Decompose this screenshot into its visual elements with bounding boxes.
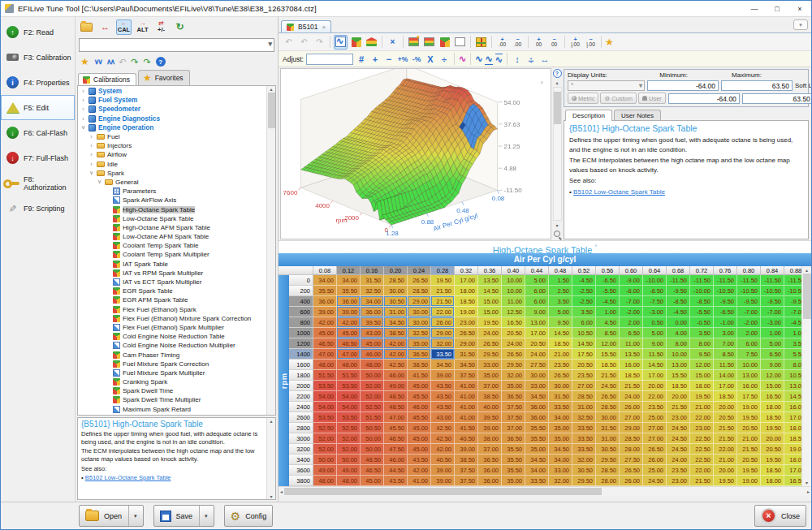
tree-item[interactable]: Fuel Mixture Spark Multiplier (79, 368, 266, 377)
rotate-axes-button[interactable]: × (386, 35, 400, 50)
table-cell[interactable]: 19.50 (737, 412, 761, 423)
tree-item[interactable]: ∨Spark (79, 169, 266, 178)
table-cell[interactable]: 30.00 (408, 317, 431, 328)
col-header[interactable]: 0.84 (761, 266, 784, 275)
table-cell[interactable]: 32.50 (408, 328, 431, 338)
table-cell[interactable]: 42.00 (313, 317, 337, 328)
table-cell[interactable]: -4.50 (784, 317, 801, 328)
table-cell[interactable]: 35.00 (525, 444, 549, 455)
table-cell[interactable]: 22.50 (690, 444, 714, 455)
table-outline-button[interactable] (453, 35, 467, 50)
table-cell[interactable]: 26.50 (408, 275, 431, 286)
table-cell[interactable]: 34.00 (361, 296, 384, 307)
table-cell[interactable]: 52.00 (337, 433, 361, 444)
table-cell[interactable]: 26.00 (620, 402, 643, 412)
expand-all-button[interactable]: ∨∨ (94, 58, 102, 66)
table-cell[interactable]: 19.50 (431, 275, 455, 286)
table-cell[interactable]: 24.00 (525, 349, 549, 360)
table-cell[interactable]: 36.00 (525, 412, 549, 423)
op-subpct-button[interactable]: -% (411, 55, 422, 63)
table-cell[interactable]: -9.50 (667, 286, 690, 296)
table-cell[interactable]: 23.50 (643, 402, 667, 412)
tree-expander-icon[interactable]: › (80, 116, 86, 122)
inc-cell-button[interactable]: +.00 (495, 35, 509, 50)
table-cell[interactable]: 33.00 (549, 465, 572, 476)
table-cell[interactable]: 12.00 (596, 338, 620, 349)
table-cell[interactable]: -11.50 (690, 275, 714, 286)
table-cell[interactable]: -2.50 (572, 286, 596, 296)
tree-item[interactable]: ›Fuel System (79, 96, 266, 105)
table-cell[interactable]: 8.50 (596, 328, 620, 338)
table-cell[interactable]: 17.00 (455, 275, 478, 286)
close-button[interactable]: × Close (754, 505, 806, 527)
table-cell[interactable]: 28.50 (596, 465, 620, 476)
table-cell[interactable]: 21.50 (690, 476, 714, 486)
table-cell[interactable]: 31.00 (596, 433, 620, 444)
dec-row-button[interactable]: −00 (547, 35, 561, 50)
table-cell[interactable]: 23.00 (455, 317, 478, 328)
table-cell[interactable]: 3.50 (549, 296, 572, 307)
table-cell[interactable]: 18.50 (455, 296, 478, 307)
save-dropdown-icon[interactable]: ▾ (205, 513, 208, 519)
table-cell[interactable]: 50.00 (313, 455, 337, 465)
table-cell[interactable]: 42.00 (431, 444, 455, 455)
tree-item[interactable]: Power Reduction Min Timing (79, 414, 266, 416)
table-cell[interactable]: 54.00 (337, 391, 361, 402)
table-cell[interactable]: 22.00 (431, 307, 455, 317)
table-cell[interactable]: 2.00 (737, 328, 761, 338)
hard-min-field[interactable]: -64.00 (668, 93, 740, 104)
table-cell[interactable]: 24.50 (596, 381, 620, 391)
table-cell[interactable]: 35.50 (502, 465, 525, 476)
table-view-button[interactable] (422, 35, 436, 50)
table-cell[interactable]: 34.50 (431, 360, 455, 370)
table-cell[interactable]: 20.50 (737, 455, 761, 465)
table-cell[interactable]: 34.50 (549, 444, 572, 455)
table-cell[interactable]: 24.50 (667, 444, 690, 455)
low-octane-link[interactable]: B5102 Low-Octane Spark Table (85, 474, 171, 481)
row-header[interactable]: 400 (289, 296, 313, 307)
undo-all-button[interactable]: ↶ (282, 35, 296, 50)
table-cell[interactable]: 45.50 (408, 412, 431, 423)
table-cell[interactable]: 21.50 (737, 444, 761, 455)
table-cell[interactable]: 45.00 (408, 444, 431, 455)
table-cell[interactable]: 1.50 (549, 275, 572, 286)
table-cell[interactable]: 39.00 (313, 307, 337, 317)
table-cell[interactable]: 34.50 (384, 317, 408, 328)
open-button[interactable]: Open▾ (79, 505, 144, 527)
col-header[interactable]: 0.24 (408, 266, 431, 275)
tree-item[interactable]: Cold Engine Noise Reduction Multiplier (79, 341, 266, 350)
table-cell[interactable]: 24.50 (643, 476, 667, 486)
table-cell[interactable]: 30.50 (596, 444, 620, 455)
open-compare-button[interactable] (79, 19, 94, 35)
col-header[interactable]: 0.08 (313, 266, 337, 275)
col-header[interactable]: 0.36 (478, 266, 502, 275)
table-cell[interactable]: 39.00 (455, 444, 478, 455)
help-icon[interactable]: ? (156, 57, 166, 67)
op-div-button[interactable]: ÷ (438, 54, 450, 64)
table-cell[interactable]: 38.50 (455, 455, 478, 465)
table-cell[interactable]: 21.00 (549, 349, 572, 360)
table-cell[interactable]: 13.00 (525, 317, 549, 328)
table-cell[interactable]: 47.50 (384, 444, 408, 455)
table-cell[interactable]: 41.00 (408, 476, 431, 486)
table-cell[interactable]: -8.50 (690, 296, 714, 307)
table-cell[interactable]: 36.00 (525, 402, 549, 412)
col-header[interactable]: 0.20 (384, 266, 408, 275)
table-cell[interactable]: 15.50 (596, 349, 620, 360)
table-cell[interactable]: 45.00 (337, 328, 361, 338)
table-cell[interactable]: -10.50 (784, 286, 801, 296)
col-header[interactable]: 0.64 (643, 266, 667, 275)
table-cell[interactable]: 43.50 (431, 402, 455, 412)
table-cell[interactable]: 11.00 (502, 296, 525, 307)
spark-surface-3d-chart[interactable] (281, 69, 551, 240)
table-cell[interactable]: 46.00 (384, 370, 408, 381)
soft-min-field[interactable]: -64.00 (647, 80, 719, 91)
table-cell[interactable]: 28.50 (384, 275, 408, 286)
low-octane-link[interactable]: B5102 Low-Octane Spark Table (573, 188, 665, 196)
col-header[interactable]: 0.80 (737, 266, 761, 275)
tree-item[interactable]: Maximum Spark Retard (79, 405, 266, 414)
table-cell[interactable]: 29.00 (455, 338, 478, 349)
table-cell[interactable]: 12.00 (690, 360, 714, 370)
table-cell[interactable]: 43.50 (431, 391, 455, 402)
table-cell[interactable]: 28.50 (572, 391, 596, 402)
